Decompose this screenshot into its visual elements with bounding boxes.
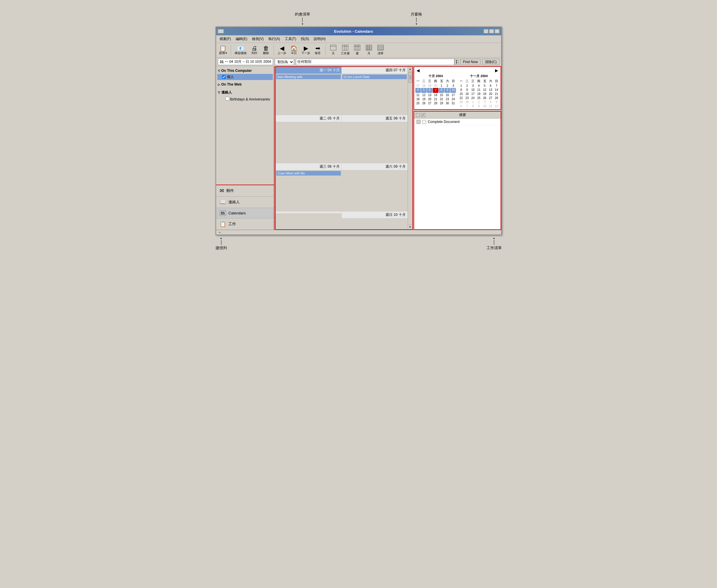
nov-day[interactable]: 10 — [482, 104, 487, 108]
nov-day[interactable]: 4 — [488, 100, 493, 104]
workweek-view-button[interactable]: 工作週 — [340, 44, 351, 56]
scroll-up-button[interactable]: ▲ — [408, 67, 413, 71]
scroll-thumb[interactable] — [408, 72, 412, 83]
oct-day[interactable]: 3 — [450, 84, 456, 88]
menu-help[interactable]: 說明(H) — [311, 36, 328, 42]
nov-day[interactable]: 26 — [482, 96, 487, 100]
delete-button[interactable]: 🗑 刪除 — [261, 45, 271, 56]
nov-day[interactable]: 24 — [470, 96, 476, 100]
oct-day[interactable]: 1 — [439, 84, 444, 88]
nov-day[interactable]: 20 — [488, 92, 493, 96]
nov-day[interactable]: 13 — [488, 88, 493, 92]
maximize-button[interactable]: □ — [489, 29, 494, 33]
day-content-sunday[interactable] — [342, 218, 407, 229]
menu-file[interactable]: 檔案(F) — [217, 36, 233, 42]
nov-day[interactable]: 9 — [476, 104, 482, 108]
nov-day[interactable]: 3 — [482, 100, 487, 104]
nov-day[interactable]: 25 — [476, 96, 482, 100]
oct-day[interactable]: 29 — [427, 84, 433, 88]
nov-day[interactable]: 15 — [459, 92, 464, 96]
day-content-wednesday[interactable] — [276, 176, 341, 211]
nov-day[interactable]: 21 — [493, 92, 499, 96]
week-view-button[interactable]: 週 — [352, 44, 362, 56]
nov-day[interactable]: 29 — [459, 100, 464, 104]
oct-day[interactable]: 26 — [421, 101, 427, 105]
nov-day[interactable]: 5 — [482, 84, 487, 88]
oct-day-today[interactable]: 7 — [433, 88, 438, 93]
print-button[interactable]: 🖨 列印 — [249, 45, 260, 56]
day-content-friday[interactable] — [342, 122, 407, 163]
category-select[interactable]: 類別為 — [275, 59, 294, 65]
oct-day[interactable]: 15 — [439, 93, 444, 97]
menu-run[interactable]: 執行(A) — [266, 36, 282, 42]
sidebar-checkbox-birthdays[interactable] — [226, 97, 229, 101]
prev-button[interactable]: ◀ 上一步 — [276, 45, 288, 56]
oct-day[interactable]: 16 — [444, 93, 450, 97]
menu-view[interactable]: 檢視(V) — [250, 36, 266, 42]
nov-day[interactable]: 1 — [459, 84, 464, 88]
oct-day[interactable]: 30 — [444, 101, 450, 105]
send-receive-button[interactable]: 📧 傳送/接收 — [233, 45, 248, 56]
day-content-thursday[interactable] — [342, 80, 407, 115]
nov-day[interactable]: 23 — [464, 96, 470, 100]
nov-day[interactable]: 11 — [488, 104, 493, 108]
today-button[interactable]: 🏠 今日 — [289, 45, 299, 56]
oct-day[interactable]: 21 — [433, 97, 438, 101]
oct-day[interactable]: 9 — [444, 88, 450, 93]
scroll-down-button[interactable]: ▼ — [408, 225, 413, 229]
nov-day[interactable]: 17 — [470, 92, 476, 96]
nov-day[interactable]: 3 — [470, 84, 476, 88]
oct-day[interactable]: 14 — [433, 93, 438, 97]
oct-day[interactable]: 17 — [450, 93, 456, 97]
nov-day[interactable]: 5 — [493, 100, 499, 104]
nov-day[interactable]: 19 — [482, 92, 487, 96]
oct-day[interactable]: 25 — [415, 101, 421, 105]
sidebar-checkbox-personal[interactable] — [222, 75, 226, 79]
menu-find[interactable]: 找(S) — [298, 36, 311, 42]
oct-day[interactable]: 28 — [421, 84, 427, 88]
new-button[interactable]: 📋 新增 ▾ — [218, 45, 228, 56]
resize-handle[interactable]: ⇔ — [216, 230, 501, 235]
nov-day[interactable]: 12 — [482, 88, 487, 92]
oct-day[interactable]: 24 — [450, 97, 456, 101]
nov-day[interactable]: 28 — [493, 96, 499, 100]
nov-day[interactable]: 14 — [493, 88, 499, 92]
day-content-tuesday[interactable] — [276, 122, 341, 163]
nov-day[interactable]: 11 — [476, 88, 482, 92]
task-row-complete-doc[interactable]: Complete Document — [414, 119, 501, 125]
oct-day[interactable]: 20 — [427, 97, 433, 101]
month-view-button[interactable]: 月 — [364, 44, 374, 56]
oct-day[interactable]: 5 — [421, 88, 427, 93]
minimize-button[interactable]: _ — [484, 29, 488, 33]
oct-day[interactable]: 4 — [415, 88, 421, 93]
nov-day[interactable]: 27 — [488, 96, 493, 100]
sidebar-section-on-the-web[interactable]: ▷ On The Web — [217, 81, 273, 88]
nov-day[interactable]: 16 — [464, 92, 470, 96]
category-value-input[interactable] — [296, 59, 455, 65]
nav-contacts[interactable]: 📖 連絡人 — [216, 196, 274, 208]
nov-day[interactable]: 6 — [488, 84, 493, 88]
nov-day[interactable]: 7 — [493, 84, 499, 88]
oct-day[interactable]: 22 — [439, 97, 444, 101]
event-meeting[interactable]: 9am Meeting with — [276, 75, 341, 79]
menu-tools[interactable]: 工具(T) — [282, 36, 298, 42]
nov-day[interactable]: 10 — [470, 88, 476, 92]
oct-day[interactable]: 18 — [415, 97, 421, 101]
sidebar-item-personal[interactable]: 個人 — [217, 74, 273, 80]
nov-day[interactable]: 8 — [470, 104, 476, 108]
oct-day[interactable]: 28 — [433, 101, 438, 105]
nov-day[interactable]: 12 — [493, 104, 499, 108]
nov-day[interactable]: 1 — [470, 100, 476, 104]
menu-edit[interactable]: 編輯(E) — [233, 36, 250, 42]
day-content-saturday[interactable] — [342, 170, 407, 211]
oct-day[interactable]: 11 — [415, 93, 421, 97]
oct-day[interactable]: 19 — [421, 97, 427, 101]
clear-button[interactable]: 清除(C) — [482, 59, 500, 65]
nav-tasks[interactable]: 📋 工作 — [216, 218, 274, 230]
nov-day[interactable]: 22 — [459, 96, 464, 100]
nov-day[interactable]: 7 — [464, 104, 470, 108]
day-view-button[interactable]: 天 — [328, 44, 338, 56]
nov-day[interactable]: 30 — [464, 100, 470, 104]
oct-day[interactable]: 10 — [450, 88, 456, 93]
nov-day[interactable]: 2 — [464, 84, 470, 88]
